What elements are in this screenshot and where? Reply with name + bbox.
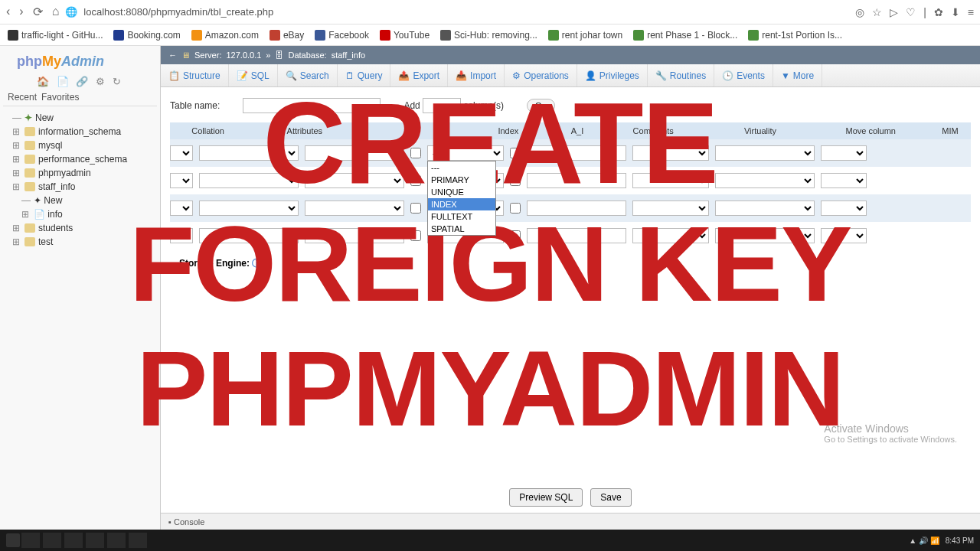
reload-icon[interactable]: ⟳ — [33, 5, 43, 19]
mime-select[interactable] — [821, 173, 867, 188]
collation-select[interactable] — [199, 201, 299, 216]
collation-select[interactable] — [170, 145, 193, 161]
task-icon[interactable] — [21, 533, 40, 548]
comments-input[interactable] — [527, 228, 626, 243]
move-column-select[interactable] — [715, 145, 815, 161]
attributes-select[interactable] — [305, 173, 404, 188]
move-column-select[interactable] — [715, 173, 815, 188]
back-icon[interactable]: ‹ — [6, 5, 10, 19]
download-icon[interactable]: ⬇ — [951, 6, 960, 18]
collation-select[interactable] — [170, 201, 193, 216]
breadcrumb-server[interactable]: 127.0.0.1 — [226, 51, 261, 60]
null-checkbox[interactable] — [410, 203, 421, 214]
index-option[interactable]: PRIMARY — [428, 174, 495, 186]
url-text[interactable]: localhost:8080/phpmyadmin/tbl_create.php — [83, 6, 273, 18]
bookmark-item[interactable]: Booking.com — [113, 30, 180, 41]
mime-select[interactable] — [821, 145, 867, 161]
comments-input[interactable] — [527, 145, 626, 161]
bookmark-item[interactable]: rent johar town — [548, 30, 622, 41]
task-icon[interactable] — [129, 533, 147, 548]
collation-select[interactable] — [170, 173, 193, 188]
task-icon[interactable] — [86, 533, 104, 548]
tree-database[interactable]: ⊞test — [6, 235, 154, 249]
tree-table[interactable]: —✦ New — [6, 194, 154, 207]
sidebar-tab-recent[interactable]: Recent — [8, 92, 37, 103]
collation-select[interactable] — [199, 228, 299, 243]
comments-input[interactable] — [527, 173, 626, 188]
console-bar[interactable]: ▪ Console — [161, 513, 980, 530]
tab-import[interactable]: 📥Import — [448, 64, 505, 86]
go-button[interactable]: Go — [527, 99, 555, 112]
tree-database[interactable]: ⊞mysql — [6, 139, 154, 152]
tab-routines[interactable]: 🔧Routines — [648, 64, 714, 86]
move-column-select[interactable] — [715, 228, 815, 243]
null-checkbox[interactable] — [410, 175, 421, 186]
comments-input[interactable] — [527, 201, 626, 216]
tree-database[interactable]: ⊞staff_info — [6, 180, 154, 194]
bookmark-item[interactable]: traffic-light - GitHu... — [8, 30, 103, 41]
task-icon[interactable] — [43, 533, 61, 548]
sidebar-tab-favorites[interactable]: Favorites — [41, 92, 79, 103]
tree-database[interactable]: ⊞phpmyadmin — [6, 166, 154, 180]
attributes-select[interactable] — [305, 228, 404, 243]
table-name-input[interactable] — [243, 98, 381, 113]
windows-taskbar[interactable]: ▲ 🔊 📶 8:43 PM — [0, 530, 980, 551]
home-icon[interactable]: ⌂ — [52, 5, 60, 19]
tree-table[interactable]: ⊞📄 info — [6, 207, 154, 221]
virtuality-select[interactable] — [632, 201, 709, 216]
ai-checkbox[interactable] — [510, 148, 521, 158]
virtuality-select[interactable] — [632, 228, 709, 243]
task-icon[interactable] — [107, 533, 126, 548]
tree-database[interactable]: ⊞performance_schema — [6, 152, 154, 166]
preview-sql-button[interactable]: Preview SQL — [509, 488, 583, 507]
help-icon[interactable]: ⓘ — [252, 258, 261, 269]
bookmark-item[interactable]: eBay — [270, 30, 304, 41]
tab-more[interactable]: ▼More — [773, 64, 822, 86]
attributes-select[interactable] — [305, 201, 404, 216]
index-option[interactable]: INDEX — [428, 198, 495, 210]
ai-checkbox[interactable] — [510, 175, 521, 186]
tab-export[interactable]: 📤Export — [390, 64, 448, 86]
save-button[interactable]: Save — [590, 488, 631, 507]
index-option[interactable]: SPATIAL — [428, 223, 495, 235]
virtuality-select[interactable] — [632, 145, 709, 161]
tab-operations[interactable]: ⚙Operations — [505, 64, 577, 86]
sidebar-quick-icons[interactable]: 🏠 📄 🔗 ⚙ ↻ — [3, 74, 157, 92]
tab-sql[interactable]: 📝SQL — [229, 64, 278, 86]
tab-events[interactable]: 🕒Events — [714, 64, 773, 86]
ai-checkbox[interactable] — [510, 203, 521, 214]
menu-icon[interactable]: ≡ — [968, 6, 974, 18]
index-option[interactable]: --- — [428, 161, 495, 174]
tree-database[interactable]: ⊞information_schema — [6, 125, 154, 139]
breadcrumb-database[interactable]: staff_info — [332, 51, 365, 60]
bookmark-item[interactable]: Facebook — [315, 30, 369, 41]
play-icon[interactable]: ▷ — [890, 6, 898, 18]
camera-icon[interactable]: ◎ — [855, 6, 864, 18]
heart-icon[interactable]: ♡ — [906, 6, 916, 18]
index-option[interactable]: UNIQUE — [428, 186, 495, 198]
nav-left-icon[interactable]: ← — [168, 51, 177, 60]
virtuality-select[interactable] — [632, 173, 709, 188]
start-button[interactable] — [6, 533, 20, 547]
move-column-select[interactable] — [715, 201, 815, 216]
collation-select[interactable] — [199, 173, 299, 188]
clock[interactable]: 8:43 PM — [946, 536, 974, 545]
collation-select[interactable] — [170, 228, 193, 243]
tray-icons[interactable]: ▲ 🔊 📶 — [909, 536, 939, 545]
task-icon[interactable] — [64, 533, 83, 548]
star-icon[interactable]: ☆ — [872, 6, 882, 18]
index-option[interactable]: FULLTEXT — [428, 210, 495, 223]
collation-select[interactable] — [199, 145, 299, 161]
bookmark-item[interactable]: Sci-Hub: removing... — [440, 30, 537, 41]
null-checkbox[interactable] — [410, 148, 421, 158]
tree-database[interactable]: ⊞students — [6, 221, 154, 235]
extension-icon[interactable]: ✿ — [934, 6, 943, 18]
index-select[interactable]: --- — [427, 145, 504, 161]
null-checkbox[interactable] — [410, 230, 421, 241]
forward-icon[interactable]: › — [19, 5, 23, 19]
bookmark-item[interactable]: Amazon.com — [191, 30, 259, 41]
tab-privileges[interactable]: 👤Privileges — [577, 64, 648, 86]
mime-select[interactable] — [821, 228, 867, 243]
attributes-select[interactable] — [305, 145, 404, 161]
mime-select[interactable] — [821, 201, 867, 216]
